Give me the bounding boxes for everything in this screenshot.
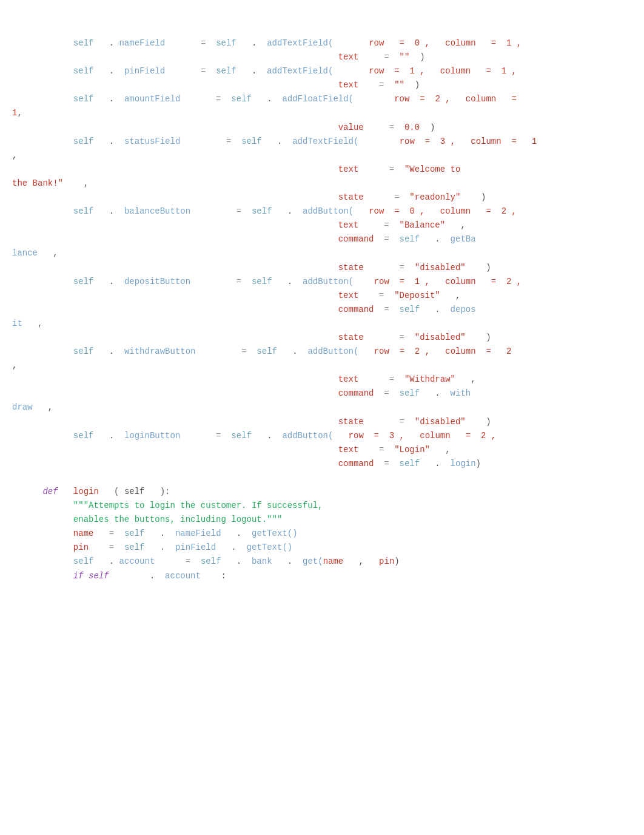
- code-display: self . nameField = self . addTextField( …: [12, 36, 632, 583]
